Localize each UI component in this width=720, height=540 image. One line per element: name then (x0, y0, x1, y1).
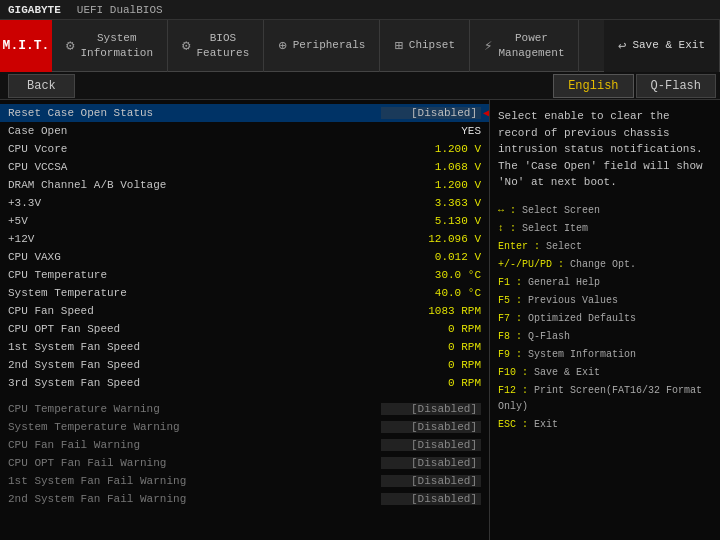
key-description: Previous Values (528, 295, 618, 306)
chipset-icon: ⊞ (394, 37, 402, 54)
key-name: +/-/PU/PD : (498, 259, 570, 270)
key-help-item: ↔ : Select Screen (498, 203, 712, 219)
table-row[interactable]: Reset Case Open Status[Disabled]◀ (0, 104, 489, 122)
row-value: 12.096 V (381, 233, 481, 245)
key-help-item: F12 : Print Screen(FAT16/32 Format Only) (498, 383, 712, 415)
row-value: 0.012 V (381, 251, 481, 263)
settings-list: Reset Case Open Status[Disabled]◀Case Op… (0, 100, 490, 540)
table-row[interactable]: 1st System Fan Fail Warning[Disabled] (0, 472, 489, 490)
key-help-item: F5 : Previous Values (498, 293, 712, 309)
nav-item-system-info[interactable]: ⚙System Information (52, 20, 168, 72)
help-panel: Select enable to clear the record of pre… (490, 100, 720, 540)
row-value: 0 RPM (381, 359, 481, 371)
table-row[interactable]: CPU Fan Speed1083 RPM (0, 302, 489, 320)
key-help-item: ESC : Exit (498, 417, 712, 433)
key-help-item: F10 : Save & Exit (498, 365, 712, 381)
language-button[interactable]: English (553, 74, 633, 98)
gigabyte-logo: GIGABYTE (8, 4, 61, 16)
table-row[interactable]: CPU Fan Fail Warning[Disabled] (0, 436, 489, 454)
row-label: CPU Temperature Warning (8, 403, 381, 415)
row-value: [Disabled] (381, 421, 481, 433)
nav-item-bios-features[interactable]: ⚙BIOS Features (168, 20, 264, 72)
row-label: CPU OPT Fan Fail Warning (8, 457, 381, 469)
key-description: Exit (534, 419, 558, 430)
table-row[interactable]: CPU OPT Fan Fail Warning[Disabled] (0, 454, 489, 472)
table-row[interactable]: CPU Vcore1.200 V (0, 140, 489, 158)
row-label: System Temperature (8, 287, 381, 299)
row-value: 3.363 V (381, 197, 481, 209)
row-value: [Disabled] (381, 107, 481, 119)
row-label: CPU VCCSA (8, 161, 381, 173)
table-row[interactable]: 2nd System Fan Fail Warning[Disabled] (0, 490, 489, 508)
row-label: Case Open (8, 125, 381, 137)
key-help-list: ↔ : Select Screen↕ : Select ItemEnter : … (498, 203, 712, 433)
key-name: ESC : (498, 419, 534, 430)
system-info-icon: ⚙ (66, 37, 74, 54)
system-info-label: System Information (80, 31, 153, 60)
row-label: CPU Temperature (8, 269, 381, 281)
peripherals-icon: ⊕ (278, 37, 286, 54)
key-description: System Information (528, 349, 636, 360)
key-name: F1 : (498, 277, 528, 288)
qflash-button[interactable]: Q-Flash (636, 74, 716, 98)
key-name: F12 : (498, 385, 534, 396)
key-help-item: F8 : Q-Flash (498, 329, 712, 345)
row-label: Reset Case Open Status (8, 107, 381, 119)
table-row[interactable]: +3.3V3.363 V (0, 194, 489, 212)
key-help-item: ↕ : Select Item (498, 221, 712, 237)
second-bar: Back English Q-Flash (0, 72, 720, 100)
row-label: 2nd System Fan Speed (8, 359, 381, 371)
top-bar: GIGABYTE UEFI DualBIOS (0, 0, 720, 20)
row-label: CPU Fan Speed (8, 305, 381, 317)
table-row[interactable]: 3rd System Fan Speed0 RPM (0, 374, 489, 392)
table-row[interactable]: +5V5.130 V (0, 212, 489, 230)
key-description: Save & Exit (534, 367, 600, 378)
key-help-item: F9 : System Information (498, 347, 712, 363)
row-label: 1st System Fan Fail Warning (8, 475, 381, 487)
table-row[interactable]: Case OpenYES (0, 122, 489, 140)
back-button[interactable]: Back (8, 74, 75, 98)
table-row[interactable]: System Temperature40.0 °C (0, 284, 489, 302)
main-content: Reset Case Open Status[Disabled]◀Case Op… (0, 100, 720, 540)
mit-button[interactable]: M.I.T. (0, 20, 52, 72)
row-value: [Disabled] (381, 439, 481, 451)
save-exit-button[interactable]: ↩ Save & Exit (604, 20, 720, 72)
power-management-icon: ⚡ (484, 37, 492, 54)
peripherals-label: Peripherals (293, 38, 366, 52)
row-value: 0 RPM (381, 377, 481, 389)
table-row[interactable]: CPU OPT Fan Speed0 RPM (0, 320, 489, 338)
table-row[interactable]: CPU Temperature30.0 °C (0, 266, 489, 284)
table-row[interactable]: DRAM Channel A/B Voltage1.200 V (0, 176, 489, 194)
row-value: 1.200 V (381, 179, 481, 191)
table-row[interactable]: System Temperature Warning[Disabled] (0, 418, 489, 436)
row-value: YES (381, 125, 481, 137)
table-row[interactable]: CPU VCCSA1.068 V (0, 158, 489, 176)
key-description: General Help (528, 277, 600, 288)
table-row[interactable]: 1st System Fan Speed0 RPM (0, 338, 489, 356)
row-value: 40.0 °C (381, 287, 481, 299)
row-label: CPU OPT Fan Speed (8, 323, 381, 335)
table-row[interactable]: +12V12.096 V (0, 230, 489, 248)
key-name: F5 : (498, 295, 528, 306)
row-value: 1.068 V (381, 161, 481, 173)
key-description: Optimized Defaults (528, 313, 636, 324)
key-name: ↔ : (498, 205, 522, 216)
nav-item-chipset[interactable]: ⊞Chipset (380, 20, 470, 72)
row-spacer (0, 392, 489, 400)
key-name: Enter : (498, 241, 546, 252)
row-label: +5V (8, 215, 381, 227)
row-label: +12V (8, 233, 381, 245)
key-name: F7 : (498, 313, 528, 324)
nav-item-power-management[interactable]: ⚡Power Management (470, 20, 579, 72)
table-row[interactable]: 2nd System Fan Speed0 RPM (0, 356, 489, 374)
table-row[interactable]: CPU VAXG0.012 V (0, 248, 489, 266)
nav-bar: M.I.T. ⚙System Information⚙BIOS Features… (0, 20, 720, 72)
nav-item-peripherals[interactable]: ⊕Peripherals (264, 20, 380, 72)
row-label: 1st System Fan Speed (8, 341, 381, 353)
power-management-label: Power Management (498, 31, 564, 60)
row-value: 30.0 °C (381, 269, 481, 281)
row-value: 0 RPM (381, 341, 481, 353)
row-label: CPU VAXG (8, 251, 381, 263)
row-value: [Disabled] (381, 457, 481, 469)
table-row[interactable]: CPU Temperature Warning[Disabled] (0, 400, 489, 418)
